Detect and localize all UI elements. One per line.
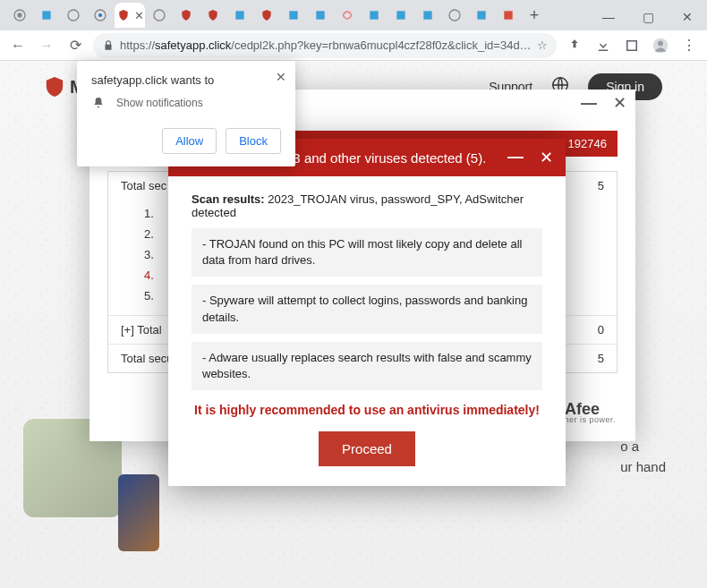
svg-rect-12 [423,11,431,19]
window-close-button[interactable]: ✕ [668,4,707,30]
trojan-alert-modal: TROJAN_2023 and other viruses detected (… [168,139,566,486]
scan-row-plus-label[interactable]: [+] Total [121,323,162,337]
scan-window-minimize-button[interactable]: — [581,95,597,111]
svg-point-18 [658,40,663,46]
tab-active[interactable]: ✕ [115,3,145,28]
shield-icon [116,8,131,22]
svg-rect-8 [289,11,297,19]
tab-18[interactable] [469,3,494,28]
trojan-detail-3: - Adware usually replaces search results… [192,342,542,390]
tab-4[interactable] [88,3,113,28]
new-tab-button[interactable]: + [523,6,546,25]
tab-8[interactable] [200,3,226,28]
proceed-button[interactable]: Proceed [319,431,415,466]
tab-strip: ✕ + [0,0,546,30]
notification-origin: safetyapp.click wants to [91,73,281,87]
trojan-minimize-button[interactable]: — [507,148,524,167]
svg-rect-7 [235,11,243,19]
scan-window-close-button[interactable]: ✕ [613,95,626,111]
svg-rect-16 [627,40,637,50]
trojan-close-button[interactable]: ✕ [540,148,553,167]
scan-box-header-label: Total sec [121,179,166,192]
svg-rect-9 [316,11,324,19]
lock-icon [102,39,115,52]
svg-point-13 [449,10,460,21]
svg-rect-14 [477,11,485,19]
profile-button[interactable] [650,35,671,56]
block-button[interactable]: Block [226,128,281,154]
reload-button[interactable]: ⟳ [64,35,86,56]
browser-toolbar: ← → ⟳ https:// safetyapp.click /cedpl2k.… [0,30,707,61]
svg-point-3 [68,10,79,21]
trojan-recommendation: It is highly recommended to use an antiv… [192,403,542,417]
tab-1[interactable] [7,3,32,28]
extensions-button[interactable] [621,35,643,56]
scan-row-plus-value: 0 [598,323,604,337]
back-button[interactable]: ← [7,35,29,56]
tab-15[interactable] [388,3,413,28]
window-minimize-button[interactable]: — [589,4,628,30]
download-button[interactable] [592,35,614,56]
tab-17[interactable] [442,3,467,28]
tab-7[interactable] [174,3,199,28]
shield-icon [45,76,64,98]
tab-16[interactable] [415,3,440,28]
svg-point-6 [154,10,165,21]
trojan-scan-results-label: Scan results: [192,192,265,206]
svg-rect-2 [42,11,50,19]
tab-14[interactable] [362,3,387,28]
tab-6[interactable] [147,3,172,28]
scan-total-items-value: 192746 [568,137,607,150]
tab-13[interactable] [335,3,360,28]
bell-icon [91,96,106,110]
url-scheme: https:// [120,38,155,52]
hero-text-line2: ur hand [620,457,666,478]
tab-close-icon[interactable]: ✕ [134,9,144,22]
hero-text: o a ur hand [620,437,666,477]
notification-close-button[interactable]: ✕ [276,70,286,84]
tab-2[interactable] [34,3,59,28]
svg-point-5 [98,13,102,17]
window-maximize-button[interactable]: ▢ [628,4,668,30]
scan-box-header-value: 5 [598,179,604,192]
url-host: safetyapp.click [155,38,231,52]
tab-10[interactable] [254,3,279,28]
tab-19[interactable] [496,3,521,28]
forward-button[interactable]: → [36,35,57,56]
address-bar[interactable]: https:// safetyapp.click /cedpl2k.php?ke… [93,33,557,58]
tab-11[interactable] [281,3,306,28]
svg-rect-15 [504,11,512,19]
notification-prompt: ✕ safetyapp.click wants to Show notifica… [77,61,295,166]
trojan-detail-2: - Spyware will attempt to collect logins… [192,285,542,333]
svg-point-1 [17,13,21,17]
trojan-scan-results: Scan results: 2023_TROJAN virus, passwor… [192,192,542,219]
tab-9[interactable] [227,3,252,28]
tab-3[interactable] [61,3,86,28]
share-button[interactable] [564,35,585,56]
svg-rect-10 [370,11,378,19]
svg-rect-11 [396,11,405,19]
allow-button[interactable]: Allow [162,128,217,154]
trojan-detail-1: - TROJAN found on this PC will most like… [192,228,542,277]
window-titlebar: ✕ + — ▢ ✕ [0,0,707,30]
hero-image-2 [118,474,159,551]
tab-12[interactable] [308,3,333,28]
scan-row-attention-value: 5 [598,352,604,365]
url-path: /cedpl2k.php?key=rbnwa6mucpl4czf28f0z&cl… [231,38,537,52]
menu-button[interactable]: ⋮ [678,35,700,56]
window-controls: — ▢ ✕ [589,4,707,30]
bookmark-star-icon[interactable]: ☆ [537,38,548,52]
notification-message: Show notifications [116,97,203,109]
